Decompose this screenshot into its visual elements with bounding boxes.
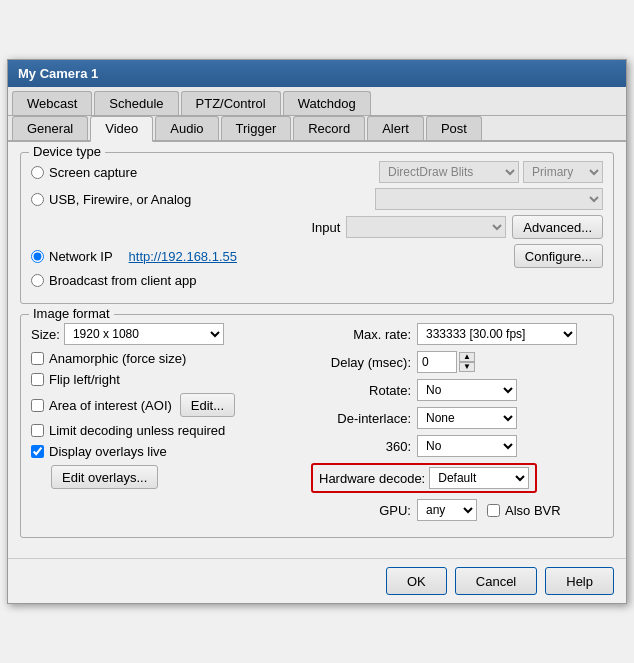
- tab-watchdog[interactable]: Watchdog: [283, 91, 371, 115]
- configure-button[interactable]: Configure...: [514, 244, 603, 268]
- broadcast-row: Broadcast from client app: [31, 273, 603, 288]
- usb-radio[interactable]: [31, 193, 44, 206]
- input-label: Input: [311, 220, 340, 235]
- usb-row: USB, Firewire, or Analog: [31, 188, 603, 210]
- rotate-select[interactable]: No 90 CW 90 CCW 180: [417, 379, 517, 401]
- size-row: Size: 1920 x 1080: [31, 323, 311, 345]
- image-format-group: Image format Size: 1920 x 1080 Anamorphi…: [20, 314, 614, 538]
- delay-down-btn[interactable]: ▼: [459, 362, 475, 372]
- max-rate-select[interactable]: 333333 [30.00 fps]: [417, 323, 577, 345]
- flip-row: Flip left/right: [31, 372, 311, 387]
- overlays-checkbox[interactable]: [31, 445, 44, 458]
- tab-video[interactable]: Video: [90, 116, 153, 142]
- three60-row: 360: No Yes: [311, 435, 603, 457]
- max-rate-row: Max. rate: 333333 [30.00 fps]: [311, 323, 603, 345]
- tab-audio[interactable]: Audio: [155, 116, 218, 140]
- cancel-button[interactable]: Cancel: [455, 567, 537, 595]
- tab-alert[interactable]: Alert: [367, 116, 424, 140]
- deinterlace-select[interactable]: None Blend Bob Discard: [417, 407, 517, 429]
- network-ip-radio[interactable]: [31, 250, 44, 263]
- size-select[interactable]: 1920 x 1080: [64, 323, 224, 345]
- content-area: Device type Screen capture DirectDraw Bl…: [8, 142, 626, 558]
- tab-trigger[interactable]: Trigger: [221, 116, 292, 140]
- deinterlace-row: De-interlace: None Blend Bob Discard: [311, 407, 603, 429]
- main-window: My Camera 1 Webcast Schedule PTZ/Control…: [7, 59, 627, 604]
- three60-select[interactable]: No Yes: [417, 435, 517, 457]
- overlays-label: Display overlays live: [49, 444, 167, 459]
- input-select[interactable]: [346, 216, 506, 238]
- rotate-label: Rotate:: [311, 383, 411, 398]
- image-format-label: Image format: [29, 306, 114, 321]
- usb-select[interactable]: [375, 188, 603, 210]
- edit-button[interactable]: Edit...: [180, 393, 235, 417]
- tab-schedule[interactable]: Schedule: [94, 91, 178, 115]
- edit-overlays-button[interactable]: Edit overlays...: [51, 465, 158, 489]
- title-bar: My Camera 1: [8, 60, 626, 87]
- tab-post[interactable]: Post: [426, 116, 482, 140]
- anamorphic-checkbox[interactable]: [31, 352, 44, 365]
- network-ip-label: Network IP: [49, 249, 113, 264]
- image-format-content: Size: 1920 x 1080 Anamorphic (force size…: [31, 323, 603, 527]
- broadcast-radio[interactable]: [31, 274, 44, 287]
- left-column: Size: 1920 x 1080 Anamorphic (force size…: [31, 323, 311, 527]
- limit-checkbox[interactable]: [31, 424, 44, 437]
- device-type-label: Device type: [29, 144, 105, 159]
- anamorphic-row: Anamorphic (force size): [31, 351, 311, 366]
- flip-label: Flip left/right: [49, 372, 120, 387]
- footer: OK Cancel Help: [8, 558, 626, 603]
- screen-capture-radio[interactable]: [31, 166, 44, 179]
- limit-row: Limit decoding unless required: [31, 423, 311, 438]
- three60-label: 360:: [311, 439, 411, 454]
- aoi-row: Area of interest (AOI) Edit...: [31, 393, 311, 417]
- flip-checkbox[interactable]: [31, 373, 44, 386]
- ip-link[interactable]: http://192.168.1.55: [129, 249, 237, 264]
- tab-general[interactable]: General: [12, 116, 88, 140]
- hardware-decode-label: Hardware decode:: [319, 471, 425, 486]
- screen-capture-label: Screen capture: [49, 165, 137, 180]
- advanced-button[interactable]: Advanced...: [512, 215, 603, 239]
- edit-overlays-row: Edit overlays...: [31, 465, 311, 489]
- also-bvr-checkbox[interactable]: [487, 504, 500, 517]
- hardware-decode-box: Hardware decode: Default None DXVA2 D3D1…: [311, 463, 537, 493]
- gpu-label: GPU:: [311, 503, 411, 518]
- tab-ptz-control[interactable]: PTZ/Control: [181, 91, 281, 115]
- right-column: Max. rate: 333333 [30.00 fps] Delay (mse…: [311, 323, 603, 527]
- gpu-select[interactable]: any 0 1: [417, 499, 477, 521]
- broadcast-label: Broadcast from client app: [49, 273, 196, 288]
- limit-label: Limit decoding unless required: [49, 423, 225, 438]
- input-row: Input Advanced...: [31, 215, 603, 239]
- aoi-checkbox[interactable]: [31, 399, 44, 412]
- hardware-decode-row: Hardware decode: Default None DXVA2 D3D1…: [311, 463, 603, 493]
- tab-row-2: General Video Audio Trigger Record Alert…: [8, 116, 626, 142]
- deinterlace-label: De-interlace:: [311, 411, 411, 426]
- screen-capture-row: Screen capture DirectDraw Blits Primary: [31, 161, 603, 183]
- usb-label: USB, Firewire, or Analog: [49, 192, 191, 207]
- delay-up-btn[interactable]: ▲: [459, 352, 475, 362]
- device-type-group: Device type Screen capture DirectDraw Bl…: [20, 152, 614, 304]
- delay-input[interactable]: [417, 351, 457, 373]
- aoi-label: Area of interest (AOI): [49, 398, 172, 413]
- window-title: My Camera 1: [18, 66, 98, 81]
- delay-row: Delay (msec): ▲ ▼: [311, 351, 603, 373]
- gpu-row: GPU: any 0 1 Also BVR: [311, 499, 603, 521]
- tab-webcast[interactable]: Webcast: [12, 91, 92, 115]
- hardware-decode-select[interactable]: Default None DXVA2 D3D11: [429, 467, 529, 489]
- screen-capture-select2[interactable]: Primary: [523, 161, 603, 183]
- screen-capture-select1[interactable]: DirectDraw Blits: [379, 161, 519, 183]
- also-bvr-label: Also BVR: [505, 503, 561, 518]
- overlays-row: Display overlays live: [31, 444, 311, 459]
- max-rate-label: Max. rate:: [311, 327, 411, 342]
- anamorphic-label: Anamorphic (force size): [49, 351, 186, 366]
- rotate-row: Rotate: No 90 CW 90 CCW 180: [311, 379, 603, 401]
- size-label: Size:: [31, 327, 60, 342]
- delay-spinner: ▲ ▼: [459, 352, 475, 372]
- tab-record[interactable]: Record: [293, 116, 365, 140]
- ok-button[interactable]: OK: [386, 567, 447, 595]
- delay-label: Delay (msec):: [311, 355, 411, 370]
- tab-row-1: Webcast Schedule PTZ/Control Watchdog: [8, 87, 626, 116]
- network-ip-row: Network IP http://192.168.1.55 Configure…: [31, 244, 603, 268]
- help-button[interactable]: Help: [545, 567, 614, 595]
